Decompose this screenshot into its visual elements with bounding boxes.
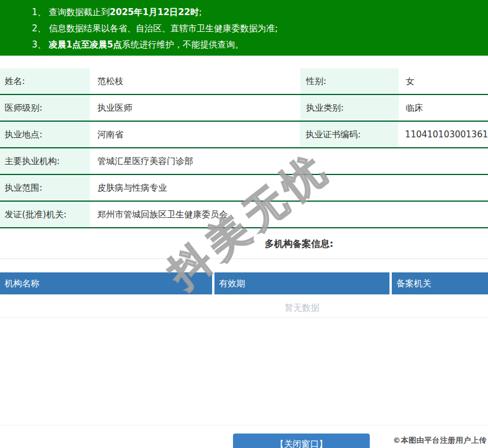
notice-3-suffix: 系统进行维护，不能提供查询。 bbox=[122, 39, 243, 50]
notice-line-2: 2、 信息数据结果以各省、自治区、直辖市卫生健康委数据为准; bbox=[0, 20, 488, 37]
practice-location-value: 河南省 bbox=[90, 122, 300, 147]
divider bbox=[0, 317, 488, 318]
doctor-level-value: 执业医师 bbox=[90, 95, 300, 121]
column-header-filing-authority: 备案机关 bbox=[392, 272, 488, 294]
notice-3-pre: 3、 bbox=[32, 39, 49, 50]
notice-2-pre: 2、 信息数据结果以各省、自治区、直辖市卫生健康委数据为准; bbox=[32, 23, 278, 34]
table-row: 姓名: 范松枝 性别: 女 bbox=[0, 68, 488, 95]
column-header-institution-name: 机构名称 bbox=[0, 272, 212, 294]
footer-divider bbox=[0, 425, 488, 425]
table-row: 发证(批准)机关: 郑州市管城回族区卫生健康委员会 bbox=[0, 202, 488, 228]
close-window-button[interactable]: 【关闭窗口】 bbox=[233, 434, 370, 448]
notice-1-pre: 1、 查询数据截止到 bbox=[32, 7, 110, 17]
table-row: 医师级别: 执业医师 执业类别: 临床 bbox=[0, 95, 488, 122]
practice-scope-label: 执业范围: bbox=[0, 175, 90, 201]
gender-label: 性别: bbox=[300, 68, 399, 94]
notice-banner: 1、 查询数据截止到2025年1月12日22时; 2、 信息数据结果以各省、自治… bbox=[0, 0, 488, 56]
doctor-level-label: 医师级别: bbox=[0, 95, 90, 121]
main-institution-value: 管城汇星医疗美容门诊部 bbox=[90, 148, 488, 174]
issuing-authority-value: 郑州市管城回族区卫生健康委员会 bbox=[90, 202, 488, 227]
issuing-authority-label: 发证(批准)机关: bbox=[0, 202, 90, 227]
practitioner-info-table: 姓名: 范松枝 性别: 女 医师级别: 执业医师 执业类别: 临床 执业地点: … bbox=[0, 68, 488, 228]
main-institution-label: 主要执业机构: bbox=[0, 148, 90, 174]
practice-category-value: 临床 bbox=[399, 95, 488, 121]
notice-1-suffix: ; bbox=[199, 7, 202, 17]
name-value: 范松枝 bbox=[90, 68, 300, 94]
upload-attribution-watermark: ©本图由平台注册用户上传 bbox=[393, 435, 487, 446]
filing-table-header: 机构名称 有效期 备案机关 bbox=[0, 272, 488, 294]
empty-data-placeholder: 暂无数据 bbox=[285, 303, 319, 314]
certificate-number-label: 执业证书编码: bbox=[300, 122, 398, 147]
notice-1-bold: 2025年1月12日22时 bbox=[110, 7, 199, 17]
table-row: 执业地点: 河南省 执业证书编码: 110410103001361 bbox=[0, 122, 488, 148]
notice-line-1: 1、 查询数据截止到2025年1月12日22时; bbox=[0, 4, 488, 20]
divider bbox=[0, 258, 488, 259]
practice-location-label: 执业地点: bbox=[0, 122, 90, 147]
name-label: 姓名: bbox=[0, 68, 90, 94]
practice-scope-value: 皮肤病与性病专业 bbox=[90, 175, 488, 201]
column-header-validity-period: 有效期 bbox=[214, 272, 389, 294]
gender-value: 女 bbox=[399, 68, 488, 94]
certificate-number-value: 110410103001361 bbox=[398, 122, 488, 147]
notice-3-bold: 凌晨1点至凌晨5点 bbox=[49, 39, 122, 50]
table-row: 主要执业机构: 管城汇星医疗美容门诊部 bbox=[0, 148, 488, 175]
practice-category-label: 执业类别: bbox=[300, 95, 399, 121]
notice-line-3: 3、 凌晨1点至凌晨5点系统进行维护，不能提供查询。 bbox=[0, 37, 488, 53]
multi-institution-section-title: 多机构备案信息: bbox=[265, 238, 333, 250]
table-row: 执业范围: 皮肤病与性病专业 bbox=[0, 175, 488, 202]
